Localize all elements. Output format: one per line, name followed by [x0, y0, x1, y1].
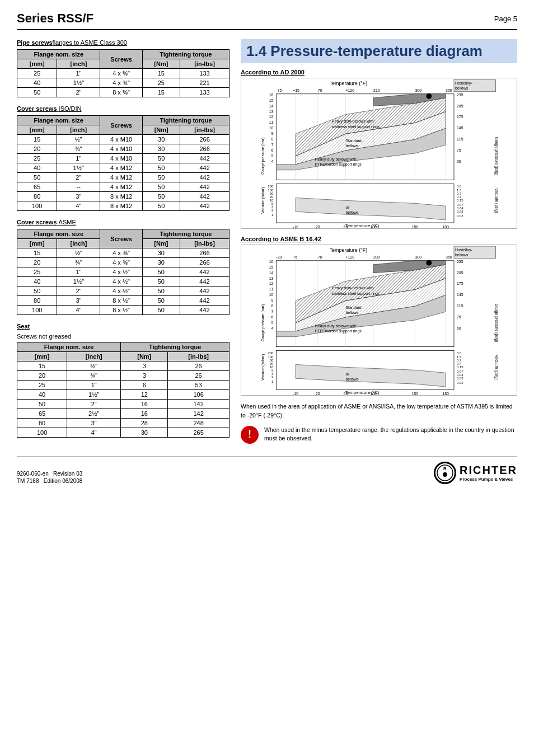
- svg-text:bellows: bellows: [345, 210, 359, 214]
- table-row: 20¾"4 x ⅜"30266: [17, 258, 229, 267]
- svg-text:bellows: bellows: [455, 253, 469, 257]
- svg-text:R: R: [443, 466, 447, 471]
- svg-text:13: 13: [269, 276, 274, 280]
- svg-text:5: 5: [271, 154, 274, 158]
- table-row: 1004"30265: [17, 428, 229, 438]
- svg-text:12: 12: [269, 281, 274, 285]
- asme-note: When used in the area of application of …: [241, 402, 517, 420]
- svg-text:-20: -20: [276, 255, 282, 259]
- svg-text:Heavy duty bellows with: Heavy duty bellows with: [315, 157, 357, 162]
- svg-text:14: 14: [269, 104, 274, 108]
- brand-name: RICHTER: [460, 464, 517, 477]
- svg-text:Vacuum (mbar): Vacuum (mbar): [261, 354, 265, 381]
- svg-text:0.15: 0.15: [457, 199, 463, 202]
- svg-text:Gauge pressure (psig): Gauge pressure (psig): [494, 303, 499, 342]
- svg-text:14: 14: [269, 271, 274, 275]
- seat-table: Flange nom. size Tightening torque [mm] …: [17, 342, 229, 438]
- table-row: 15½"4 x M1030266: [17, 135, 229, 144]
- svg-text:Hastelloy-: Hastelloy-: [455, 248, 472, 252]
- seat-title: Seat: [17, 323, 229, 330]
- svg-text:200: 200: [373, 255, 380, 259]
- svg-text:75: 75: [457, 315, 461, 319]
- svg-text:8: 8: [271, 137, 274, 141]
- svg-text:1: 1: [271, 213, 274, 217]
- svg-text:+120: +120: [345, 255, 354, 259]
- cover-screws-asme-table: Flange nom. size Screws Tightening torqu…: [17, 229, 229, 315]
- svg-text:9: 9: [271, 132, 274, 135]
- svg-text:0.03: 0.03: [457, 377, 463, 380]
- svg-text:Temperature (°F): Temperature (°F): [330, 81, 368, 86]
- seat-subtitle: Screws not greased: [17, 333, 229, 340]
- svg-text:-75: -75: [276, 88, 282, 92]
- svg-text:Heavy duty-bellows with: Heavy duty-bellows with: [332, 119, 374, 124]
- svg-text:0.15: 0.15: [457, 365, 463, 369]
- svg-text:11: 11: [269, 287, 274, 291]
- svg-text:15: 15: [269, 98, 274, 102]
- table-row: 401½"4 x ¾"25221: [17, 78, 229, 88]
- table-row: 502"8 x ⅝"15133: [17, 88, 229, 97]
- pipe-screws-table: Flange nom. size Screws Tightening torqu…: [17, 49, 229, 97]
- table-row: 15½"326: [17, 361, 229, 371]
- svg-text:16: 16: [269, 260, 274, 264]
- svg-text:115: 115: [457, 304, 463, 308]
- table-row: 20¾"326: [17, 371, 229, 381]
- svg-text:180: 180: [442, 225, 449, 228]
- table-row: 251"653: [17, 381, 229, 390]
- svg-text:bellows: bellows: [345, 311, 359, 314]
- svg-text:-10: -10: [293, 225, 298, 228]
- svg-text:0.02: 0.02: [457, 214, 463, 218]
- svg-text:8: 8: [271, 304, 274, 308]
- svg-text:-10: -10: [293, 392, 298, 395]
- page-number: Page 5: [494, 15, 517, 23]
- table-row: 251"4 x ⅝"15133: [17, 69, 229, 78]
- asme-title: According to ASME B 16.42: [241, 236, 517, 242]
- footer-info: 9260-060-en Revision 03 TM 7168 Edition …: [17, 471, 82, 484]
- svg-text:PTFE/carbon support rings: PTFE/carbon support rings: [315, 162, 362, 167]
- cover-screws-asme-title: Cover screws ASME: [17, 219, 229, 226]
- richter-logo: R RICHTER Process Pumps & Valves: [434, 462, 517, 484]
- svg-text:Heavy duty-bellows with: Heavy duty-bellows with: [332, 286, 374, 290]
- tm-number: TM 7168 Edition 06/2008: [17, 478, 82, 484]
- diagram-section-heading: 1.4 Pressure-temperature diagram: [241, 39, 517, 63]
- table-row: 251"4 x ½"50442: [17, 267, 229, 277]
- svg-text:bellows: bellows: [345, 377, 359, 381]
- svg-text:175: 175: [457, 115, 463, 119]
- richter-circle-logo: R: [434, 462, 456, 484]
- svg-text:3.0: 3.0: [457, 185, 462, 188]
- svg-text:7: 7: [271, 309, 274, 313]
- svg-text:oil: oil: [345, 205, 349, 209]
- page-title: Series RSS/F: [17, 11, 93, 26]
- svg-point-170: [443, 472, 447, 477]
- svg-text:stainless steel support rings: stainless steel support rings: [332, 125, 380, 129]
- svg-text:Hastelloy-: Hastelloy-: [455, 81, 472, 86]
- svg-text:Heavy duty bellows with: Heavy duty bellows with: [315, 324, 357, 328]
- svg-text:9: 9: [271, 298, 274, 302]
- svg-text:150: 150: [412, 225, 419, 228]
- svg-text:Standard-: Standard-: [345, 139, 362, 143]
- svg-text:11: 11: [269, 120, 274, 124]
- svg-text:60: 60: [457, 326, 461, 330]
- svg-text:Vacuum (mbar): Vacuum (mbar): [261, 187, 265, 214]
- table-row: 803"8 x M1250442: [17, 192, 229, 201]
- svg-text:12: 12: [269, 115, 274, 119]
- pipe-flange-header: Flange nom. size: [17, 50, 100, 59]
- table-row: 401½"12106: [17, 390, 229, 400]
- table-row: 502"4 x ½"50442: [17, 287, 229, 296]
- cover-screws-iso-table: Flange nom. size Screws Tightening torqu…: [17, 115, 229, 211]
- svg-text:Temperature (°C): Temperature (°C): [345, 223, 380, 228]
- svg-text:70: 70: [318, 255, 322, 259]
- svg-text:10: 10: [269, 293, 274, 297]
- ad2000-diagram: Temperature (°F) Hastelloy- bellows -75 …: [241, 78, 517, 229]
- table-row: 652½"16142: [17, 409, 229, 419]
- svg-text:Vacuum (psig): Vacuum (psig): [494, 188, 499, 213]
- pipe-screws-header: Screws: [100, 50, 142, 69]
- svg-text:4: 4: [271, 326, 274, 330]
- svg-text:+120: +120: [345, 88, 354, 92]
- table-row: 1004"8 x M1250442: [17, 201, 229, 211]
- svg-text:235: 235: [457, 93, 463, 97]
- svg-text:stainless steel support rings: stainless steel support rings: [332, 292, 380, 296]
- svg-text:150: 150: [412, 392, 419, 395]
- svg-text:+5: +5: [293, 255, 297, 259]
- pipe-torque-header: Tightening torque: [142, 50, 229, 59]
- cover-screws-iso-title: Cover screws ISO/DIN: [17, 105, 229, 112]
